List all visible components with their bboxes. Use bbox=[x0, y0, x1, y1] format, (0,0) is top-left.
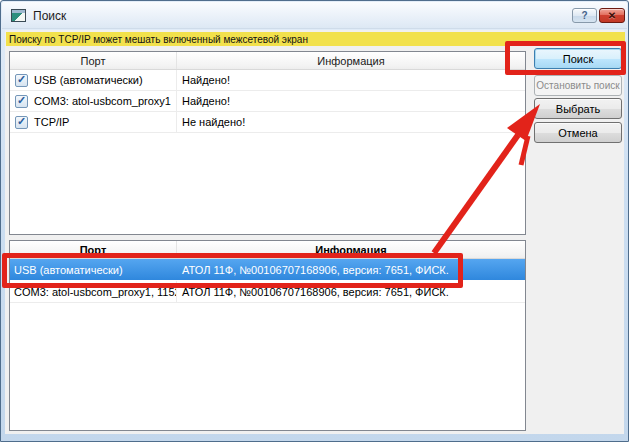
search-button[interactable]: Поиск bbox=[534, 48, 622, 69]
info-cell: Не найдено! bbox=[177, 116, 525, 128]
stop-search-button[interactable]: Остановить поиск bbox=[534, 75, 622, 96]
ports-column-header-port[interactable]: Порт bbox=[10, 52, 177, 69]
firewall-warning-bar: Поиску по TCP/IP может мешать включенный… bbox=[6, 32, 625, 46]
app-window-icon bbox=[11, 9, 26, 22]
checkbox-checked[interactable]: ✓ bbox=[15, 116, 28, 129]
table-row[interactable]: ✓ TCP/IP Не найдено! bbox=[10, 112, 525, 133]
port-label: USB (автоматически) bbox=[34, 74, 143, 86]
devices-column-header-info[interactable]: Информация bbox=[177, 241, 525, 258]
close-icon[interactable]: ✕ bbox=[599, 8, 625, 23]
port-cell: ✓ USB (автоматически) bbox=[10, 70, 177, 90]
ports-table-header: Порт Информация bbox=[10, 52, 525, 70]
ports-table: Порт Информация ✓ USB (автоматически) На… bbox=[9, 51, 526, 235]
title-bar[interactable]: Поиск ? ✕ bbox=[2, 2, 627, 29]
checkbox-checked[interactable]: ✓ bbox=[15, 74, 28, 87]
check-icon: ✓ bbox=[17, 116, 26, 127]
port-cell: USB (автоматически) bbox=[10, 259, 177, 280]
table-row-selected[interactable]: USB (автоматически) АТОЛ 11Ф, №001067071… bbox=[10, 259, 525, 281]
search-dialog-window: Поиск ? ✕ Поиску по TCP/IP может мешать … bbox=[0, 0, 629, 442]
help-icon[interactable]: ? bbox=[572, 8, 597, 23]
port-cell: COM3: atol-usbcom_proxy1, 1152... bbox=[10, 281, 177, 302]
window-title: Поиск bbox=[33, 9, 66, 23]
check-icon: ✓ bbox=[17, 74, 26, 85]
info-cell: АТОЛ 11Ф, №00106707168906, версия: 7651,… bbox=[177, 264, 525, 276]
devices-table: Порт Информация USB (автоматически) АТОЛ… bbox=[9, 240, 526, 431]
table-row[interactable]: ✓ USB (автоматически) Найдено! bbox=[10, 70, 525, 91]
screenshot-stage: Поиск ? ✕ Поиску по TCP/IP может мешать … bbox=[0, 0, 629, 442]
table-row[interactable]: ✓ COM3: atol-usbcom_proxy1 Найдено! bbox=[10, 91, 525, 112]
info-cell: Найдено! bbox=[177, 95, 525, 107]
check-icon: ✓ bbox=[17, 95, 26, 106]
port-label: TCP/IP bbox=[34, 116, 69, 128]
ports-column-header-info[interactable]: Информация bbox=[177, 52, 525, 69]
info-cell: Найдено! bbox=[177, 74, 525, 86]
info-cell: АТОЛ 11Ф, №00106707168906, версия: 7651,… bbox=[177, 286, 525, 298]
devices-table-header: Порт Информация bbox=[10, 241, 525, 259]
table-row[interactable]: COM3: atol-usbcom_proxy1, 1152... АТОЛ 1… bbox=[10, 281, 525, 303]
select-button[interactable]: Выбрать bbox=[534, 98, 622, 119]
devices-column-header-port[interactable]: Порт bbox=[10, 241, 177, 258]
port-cell: ✓ COM3: atol-usbcom_proxy1 bbox=[10, 91, 177, 111]
port-cell: ✓ TCP/IP bbox=[10, 112, 177, 132]
cancel-button[interactable]: Отмена bbox=[534, 122, 622, 143]
checkbox-checked[interactable]: ✓ bbox=[15, 95, 28, 108]
port-label: COM3: atol-usbcom_proxy1 bbox=[34, 95, 171, 107]
